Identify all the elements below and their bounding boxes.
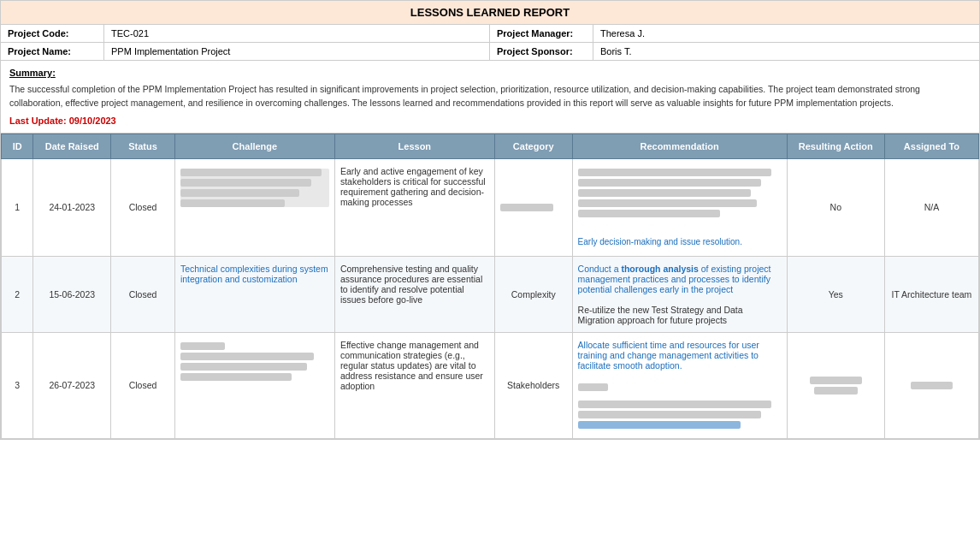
row1-assigned-to: N/A (884, 158, 978, 256)
row2-id: 2 (2, 256, 33, 332)
project-code-label: Project Code: (1, 25, 103, 42)
th-challenge: Challenge (174, 134, 334, 158)
table-header-row: ID Date Raised Status Challenge Lesson C… (2, 134, 979, 158)
row2-status: Closed (111, 256, 175, 332)
project-name-row: Project Name: PPM Implementation Project (1, 43, 489, 60)
project-manager-row: Project Manager: Theresa J. (490, 25, 979, 43)
th-resulting-action: Resulting Action (787, 134, 884, 158)
project-code-row: Project Code: TEC-021 (1, 25, 489, 43)
project-sponsor-value: Boris T. (593, 43, 979, 60)
last-update-value: 09/10/2023 (69, 116, 116, 126)
th-lesson: Lesson (334, 134, 494, 158)
project-info: Project Code: TEC-021 Project Name: PPM … (1, 25, 979, 61)
row3-date: 26-07-2023 (33, 332, 111, 438)
table-row: 1 24-01-2023 Closed Early and active eng… (2, 158, 979, 256)
row2-assigned-to: IT Architecture team (884, 256, 978, 332)
row3-resulting-action (787, 332, 884, 438)
th-status: Status (111, 134, 175, 158)
row3-recommendation: Allocate sufficient time and resources f… (572, 332, 787, 438)
project-sponsor-label: Project Sponsor: (490, 43, 593, 60)
row2-recommendation: Conduct a thorough analysis of existing … (572, 256, 787, 332)
report-container: LESSONS LEARNED REPORT Project Code: TEC… (0, 0, 980, 440)
lessons-table: ID Date Raised Status Challenge Lesson C… (1, 134, 979, 439)
row1-status: Closed (111, 158, 175, 256)
row2-lesson: Comprehensive testing and quality assura… (334, 256, 494, 332)
row2-resulting-action: Yes (787, 256, 884, 332)
row1-challenge (174, 158, 334, 256)
project-manager-label: Project Manager: (490, 25, 593, 42)
summary-title: Summary: (9, 68, 971, 78)
summary-section: Summary: The successful completion of th… (1, 61, 979, 134)
row1-recommendation: Early decision-making and issue resoluti… (572, 158, 787, 256)
th-recommendation: Recommendation (572, 134, 787, 158)
project-info-right: Project Manager: Theresa J. Project Spon… (490, 25, 979, 60)
project-name-label: Project Name: (1, 43, 103, 60)
project-info-left: Project Code: TEC-021 Project Name: PPM … (1, 25, 490, 60)
row3-lesson: Effective change management and communic… (334, 332, 494, 438)
row3-assigned-to (884, 332, 978, 438)
project-manager-value: Theresa J. (593, 25, 979, 42)
row1-category (494, 158, 572, 256)
report-title: LESSONS LEARNED REPORT (1, 1, 979, 25)
project-name-value: PPM Implementation Project (103, 43, 489, 60)
row3-status: Closed (111, 332, 175, 438)
table-row: 2 15-06-2023 Closed Technical complexiti… (2, 256, 979, 332)
row1-resulting-action: No (787, 158, 884, 256)
row2-challenge: Technical complexities during system int… (174, 256, 334, 332)
row3-id: 3 (2, 332, 33, 438)
table-row: 3 26-07-2023 Closed Effective change man… (2, 332, 979, 438)
project-sponsor-row: Project Sponsor: Boris T. (490, 43, 979, 60)
last-update-label: Last Update: (9, 116, 67, 126)
row2-date: 15-06-2023 (33, 256, 111, 332)
th-assigned-to: Assigned To (884, 134, 978, 158)
row1-id: 1 (2, 158, 33, 256)
row3-challenge (174, 332, 334, 438)
row3-category: Stakeholders (494, 332, 572, 438)
summary-text: The successful completion of the PPM Imp… (9, 83, 971, 110)
row1-date: 24-01-2023 (33, 158, 111, 256)
th-date: Date Raised (33, 134, 111, 158)
row2-category: Complexity (494, 256, 572, 332)
th-id: ID (2, 134, 33, 158)
last-update: Last Update: 09/10/2023 (9, 116, 971, 126)
th-category: Category (494, 134, 572, 158)
row1-lesson: Early and active engagement of key stake… (334, 158, 494, 256)
project-code-value: TEC-021 (103, 25, 489, 42)
